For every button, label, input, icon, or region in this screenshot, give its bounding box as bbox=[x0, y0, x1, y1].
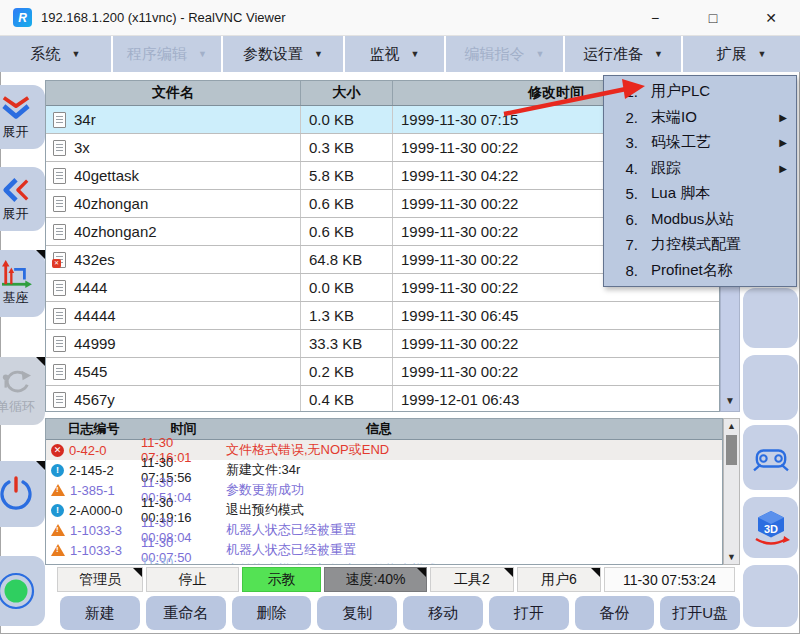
log-message: 当前指令模式已切换为:示教指令模式 bbox=[226, 561, 722, 565]
table-row[interactable]: 44999 33.3 KB 1999-11-30 00:22 bbox=[46, 330, 719, 358]
menu-monitor[interactable]: 监视▼ bbox=[345, 36, 444, 72]
log-id: 0-42-0 bbox=[69, 443, 107, 458]
menu-run-prep[interactable]: 运行准备▼ bbox=[565, 36, 681, 72]
coordinate-axes-icon bbox=[0, 260, 33, 288]
speed-label: 速度:40% bbox=[346, 571, 406, 589]
file-modified: 1999-12-01 06:43 bbox=[393, 386, 719, 412]
file-doc-icon bbox=[53, 168, 66, 184]
table-row[interactable]: 44444 1.3 KB 1999-11-30 06:45 bbox=[46, 302, 719, 330]
menu-extension[interactable]: 扩展▼ bbox=[683, 36, 800, 72]
submenu-arrow-icon: ▶ bbox=[779, 163, 787, 174]
backup-button[interactable]: 备份 bbox=[575, 596, 655, 630]
file-name: 4444 bbox=[74, 279, 107, 296]
menu-item-number: 2. bbox=[604, 109, 638, 126]
menu-item-palletizing[interactable]: 3.码垛工艺▶ bbox=[604, 130, 796, 156]
user-frame-selector[interactable]: 用户6 bbox=[517, 567, 601, 592]
submenu-arrow-icon: ▶ bbox=[779, 137, 787, 148]
mode-badge: 示教 bbox=[242, 567, 321, 592]
log-message: 退出预约模式 bbox=[226, 501, 722, 519]
move-button[interactable]: 移动 bbox=[403, 596, 483, 630]
clock-value: 11-30 07:53:24 bbox=[623, 572, 716, 588]
hand-guide-button[interactable] bbox=[743, 425, 798, 490]
minimize-button[interactable]: − bbox=[626, 0, 684, 35]
menu-program-edit-label: 程序编辑 bbox=[127, 45, 187, 64]
file-name: 432es bbox=[74, 251, 115, 268]
file-size: 0.0 KB bbox=[301, 274, 393, 301]
file-modified: 1999-11-30 00:22 bbox=[393, 358, 719, 385]
scroll-down-icon[interactable]: ▼ bbox=[724, 552, 739, 562]
column-header-filename: 文件名 bbox=[46, 81, 301, 105]
log-id: 1-1033-3 bbox=[70, 523, 122, 538]
chevron-down-icon: ▼ bbox=[654, 49, 663, 59]
file-doc-icon bbox=[53, 224, 66, 240]
double-chevron-left-icon bbox=[1, 176, 31, 204]
table-row[interactable]: 4567y 0.4 KB 1999-12-01 06:43 bbox=[46, 386, 719, 412]
delete-button[interactable]: 删除 bbox=[232, 596, 312, 630]
error-icon: ✕ bbox=[51, 444, 64, 457]
file-doc-icon bbox=[53, 140, 66, 156]
menu-edit-cmd-label: 编辑指令 bbox=[465, 45, 525, 64]
scrollbar-thumb[interactable] bbox=[726, 435, 737, 465]
menu-item-tracking[interactable]: 4.跟踪▶ bbox=[604, 156, 796, 182]
sidebar-power-button[interactable] bbox=[0, 461, 45, 527]
log-id: 2-510-0 bbox=[69, 563, 114, 566]
hand-guide-icon bbox=[749, 441, 793, 475]
file-name: 44999 bbox=[74, 335, 116, 352]
sidebar-record-button[interactable] bbox=[0, 556, 45, 626]
user-frame-label: 用户6 bbox=[541, 571, 577, 589]
log-scrollbar[interactable]: ▲ ▼ bbox=[723, 418, 740, 565]
chevron-down-icon: ▼ bbox=[198, 49, 207, 59]
scroll-down-icon[interactable]: ▼ bbox=[721, 395, 739, 406]
menu-bar: 系统▼ 程序编辑▼ 参数设置▼ 监视▼ 编辑指令▼ 运行准备▼ 扩展▼ bbox=[0, 36, 800, 72]
open-button[interactable]: 打开 bbox=[489, 596, 569, 630]
open-usb-button[interactable]: 打开U盘 bbox=[660, 596, 740, 630]
sidebar-expand-down-button[interactable]: 展开 bbox=[0, 85, 45, 149]
right-panel-button-1[interactable] bbox=[743, 288, 798, 348]
menu-item-user-plc[interactable]: 1.用户PLC bbox=[604, 79, 796, 105]
menu-item-profinet-name[interactable]: 8.Profinet名称 bbox=[604, 258, 796, 284]
sidebar-expand-left-button[interactable]: 展开 bbox=[0, 167, 45, 231]
menu-item-end-io[interactable]: 2.末端IO▶ bbox=[604, 105, 796, 131]
copy-button[interactable]: 复制 bbox=[317, 596, 397, 630]
table-row[interactable]: 4545 0.2 KB 1999-11-30 00:22 bbox=[46, 358, 719, 386]
right-panel-button-2[interactable] bbox=[743, 355, 798, 420]
user-role-selector[interactable]: 管理员 bbox=[57, 567, 143, 592]
menu-param-settings[interactable]: 参数设置▼ bbox=[223, 36, 343, 72]
menu-item-label: 跟踪 bbox=[651, 159, 681, 178]
vnc-window: R 192.168.1.200 (x11vnc) - RealVNC Viewe… bbox=[0, 0, 800, 634]
chevron-down-icon: ▼ bbox=[411, 49, 420, 59]
title-bar[interactable]: R 192.168.1.200 (x11vnc) - RealVNC Viewe… bbox=[0, 0, 800, 36]
log-id: 2-145-2 bbox=[69, 463, 114, 478]
sidebar-label: 基座 bbox=[3, 289, 29, 307]
rename-button[interactable]: 重命名 bbox=[146, 596, 226, 630]
tool-selector[interactable]: 工具2 bbox=[430, 567, 514, 592]
corner-marker-icon bbox=[36, 250, 45, 259]
menu-system[interactable]: 系统▼ bbox=[0, 36, 111, 72]
file-doc-icon bbox=[53, 280, 66, 296]
menu-item-number: 1. bbox=[604, 83, 638, 100]
column-header-log-info: 信息 bbox=[226, 419, 722, 439]
view-3d-button[interactable]: 3D bbox=[743, 497, 798, 558]
run-state-label: 停止 bbox=[179, 571, 207, 589]
file-doc-icon bbox=[53, 308, 66, 324]
speed-selector[interactable]: 速度:40% bbox=[324, 567, 427, 592]
file-doc-icon bbox=[53, 392, 66, 408]
menu-item-modbus-slave[interactable]: 6.Modbus从站 bbox=[604, 207, 796, 233]
3d-view-icon: 3D bbox=[751, 508, 791, 548]
menu-item-lua-script[interactable]: 5.Lua 脚本 bbox=[604, 181, 796, 207]
close-button[interactable]: ✕ bbox=[742, 0, 800, 35]
sidebar-label: 单循环 bbox=[0, 398, 35, 416]
right-panel-button-3[interactable] bbox=[743, 565, 798, 627]
menu-item-label: 力控模式配置 bbox=[651, 235, 741, 254]
file-size: 0.6 KB bbox=[301, 218, 393, 245]
sidebar-base-frame-button[interactable]: 基座 bbox=[0, 250, 45, 317]
chevron-down-icon: ▼ bbox=[536, 49, 545, 59]
new-file-button[interactable]: 新建 bbox=[60, 596, 140, 630]
menu-item-force-control[interactable]: 7.力控模式配置 bbox=[604, 232, 796, 258]
log-row-partial[interactable]: !2-510-0 11-30 00:07:33 当前指令模式已切换为:示教指令模… bbox=[46, 560, 722, 565]
maximize-button[interactable]: □ bbox=[684, 0, 742, 35]
file-name: 44444 bbox=[74, 307, 116, 324]
scroll-up-icon[interactable]: ▲ bbox=[724, 421, 739, 431]
mode-label: 示教 bbox=[268, 571, 296, 589]
file-modified: 1999-11-30 00:22 bbox=[393, 330, 719, 357]
